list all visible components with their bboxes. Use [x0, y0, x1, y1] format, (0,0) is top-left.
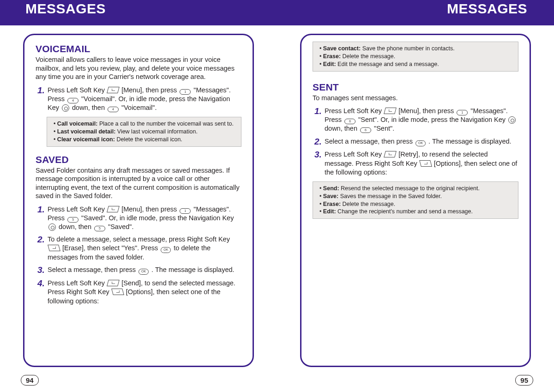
- text: [Menu], then press: [120, 86, 179, 94]
- ok-key-icon: OK: [416, 140, 426, 146]
- key-5-icon: 5: [94, 226, 105, 231]
- step-body: Press Left Soft Key [Menu], then press 1…: [48, 205, 241, 231]
- text: [Menu], then press: [120, 205, 179, 213]
- option-line: • Save: Saves the message in the Saved f…: [318, 193, 513, 200]
- page-number-left: 94: [21, 375, 39, 386]
- opt-label: Call voicemail:: [57, 121, 99, 127]
- option-line: • Save contact: Save the phone number in…: [318, 45, 513, 53]
- opt-text: Delete the voicemail icon.: [116, 136, 182, 143]
- sent-step-2: 2. Select a message, then press OK . The…: [313, 137, 518, 147]
- text: . The message is displayed.: [427, 138, 512, 145]
- opt-text: Resend the selected message to the origi…: [341, 185, 480, 192]
- left-soft-key-icon: [107, 280, 120, 286]
- saved-step-3: 3. Select a message, then press OK . The…: [36, 265, 241, 275]
- opt-text: View last voicemail information.: [117, 128, 198, 135]
- opt-text: Save the phone number in contacts.: [362, 45, 455, 52]
- text: "Sent". Or, in idle mode, press the Navi…: [356, 116, 507, 123]
- text: Press Left Soft Key: [325, 151, 384, 158]
- key-6-icon: 6: [360, 127, 371, 133]
- left-soft-key-icon: [107, 87, 120, 93]
- step-number: 2.: [313, 137, 325, 147]
- page-number-right: 95: [515, 375, 533, 386]
- option-line: • Erase: Delete the message.: [318, 53, 513, 60]
- right-soft-key-icon: [419, 160, 432, 167]
- sent-title: SENT: [313, 82, 518, 93]
- text: Press Left Soft Key: [325, 107, 384, 115]
- text: "Voicemail".: [120, 104, 157, 111]
- text: Select a message, then press: [48, 266, 138, 273]
- key-5-icon: 5: [67, 217, 78, 223]
- text: "Saved".: [106, 223, 133, 230]
- step-body: Press Left Soft Key [Send], to send the …: [48, 279, 241, 305]
- left-soft-key-icon: [384, 108, 397, 114]
- saved-step-1: 1. Press Left Soft Key [Menu], then pres…: [36, 205, 241, 231]
- opt-text: Delete the message.: [343, 53, 396, 60]
- page-number-value: 95: [515, 375, 533, 386]
- voicemail-options-box: • Call voicemail: Place a call to the nu…: [47, 117, 241, 147]
- sent-step-1: 1. Press Left Soft Key [Menu], then pres…: [313, 107, 518, 133]
- page-number-value: 94: [21, 375, 39, 386]
- text: Select a message, then press: [325, 138, 415, 145]
- step-body: Select a message, then press OK . The me…: [325, 137, 518, 147]
- saved-title: SAVED: [36, 154, 241, 165]
- text: down, then: [70, 104, 107, 111]
- page-right-frame: • Save contact: Save the phone number in…: [300, 34, 531, 367]
- left-soft-key-icon: [384, 151, 397, 157]
- key-6-icon: 6: [344, 119, 355, 124]
- voicemail-title: VOICEMAIL: [36, 43, 241, 54]
- text: [Menu], then press: [397, 107, 456, 115]
- voicemail-steps: 1. Press Left Soft Key [Menu], then pres…: [36, 86, 241, 112]
- continued-options-box: • Save contact: Save the phone number in…: [313, 42, 518, 72]
- step-number: 1.: [36, 86, 48, 112]
- ok-key-icon: OK: [161, 247, 171, 253]
- page-right: • Save contact: Save the phone number in…: [300, 34, 531, 367]
- step-body: Press Left Soft Key [Retry], to resend t…: [325, 150, 518, 176]
- voicemail-desc: Voicemail allows callers to leave voice …: [36, 55, 241, 81]
- text: down, then: [57, 223, 93, 230]
- opt-text: Edit the message and send a message.: [337, 61, 439, 67]
- key-4-icon: 4: [67, 98, 78, 103]
- opt-text: Place a call to the number the voicemail…: [99, 121, 234, 127]
- opt-label: Save contact:: [323, 45, 362, 52]
- page-left: VOICEMAIL Voicemail allows callers to le…: [23, 34, 254, 367]
- opt-label: Last voicemail detail:: [57, 128, 117, 135]
- step-number: 3.: [313, 150, 325, 176]
- sent-desc: To manages sent messages.: [313, 94, 518, 103]
- saved-step-4: 4. Press Left Soft Key [Send], to send t…: [36, 279, 241, 305]
- voicemail-step-1: 1. Press Left Soft Key [Menu], then pres…: [36, 86, 241, 112]
- opt-text: Saves the message in the Saved folder.: [340, 193, 442, 199]
- opt-label: Edit:: [323, 208, 337, 215]
- option-line: • Call voicemail: Place a call to the nu…: [52, 120, 236, 128]
- step-number: 2.: [36, 235, 48, 262]
- sent-step-3: 3. Press Left Soft Key [Retry], to resen…: [313, 150, 518, 176]
- saved-desc: Saved Folder contains any draft messages…: [36, 166, 241, 200]
- key-1-icon: 1: [180, 208, 191, 214]
- opt-label: Send:: [323, 185, 341, 192]
- saved-steps: 1. Press Left Soft Key [Menu], then pres…: [36, 205, 241, 306]
- key-1-icon: 1: [180, 89, 191, 95]
- option-line: • Clear voicemail icon: Delete the voice…: [52, 136, 236, 144]
- key-4-icon: 4: [108, 107, 119, 112]
- text: Press Left Soft Key: [48, 279, 107, 287]
- key-1-icon: 1: [457, 110, 468, 115]
- step-body: Press Left Soft Key [Menu], then press 1…: [325, 107, 518, 133]
- nav-key-icon: [48, 223, 56, 231]
- right-soft-key-icon: [48, 245, 60, 251]
- header-bar: MESSAGES MESSAGES: [0, 0, 554, 25]
- text: Press Left Soft Key: [48, 86, 107, 94]
- text: [Erase], then select "Yes". Press: [60, 244, 160, 252]
- option-line: • Send: Resend the selected message to t…: [318, 185, 513, 193]
- saved-step-2: 2. To delete a message, select a message…: [36, 235, 241, 262]
- step-body: Press Left Soft Key [Menu], then press 1…: [48, 86, 241, 112]
- text: "Saved". Or, in idle mode, press the Nav…: [79, 214, 234, 222]
- opt-label: Erase:: [323, 53, 343, 60]
- step-number: 1.: [36, 205, 48, 231]
- opt-label: Save:: [323, 193, 340, 199]
- text: . The message is displayed.: [150, 266, 235, 273]
- text: To delete a message, select a message, p…: [48, 235, 230, 243]
- nav-key-icon: [508, 116, 516, 124]
- sent-options-box: • Send: Resend the selected message to t…: [313, 181, 518, 219]
- option-line: • Last voicemail detail: View last voice…: [52, 128, 236, 136]
- ok-key-icon: OK: [138, 269, 149, 275]
- step-body: To delete a message, select a message, p…: [48, 235, 241, 262]
